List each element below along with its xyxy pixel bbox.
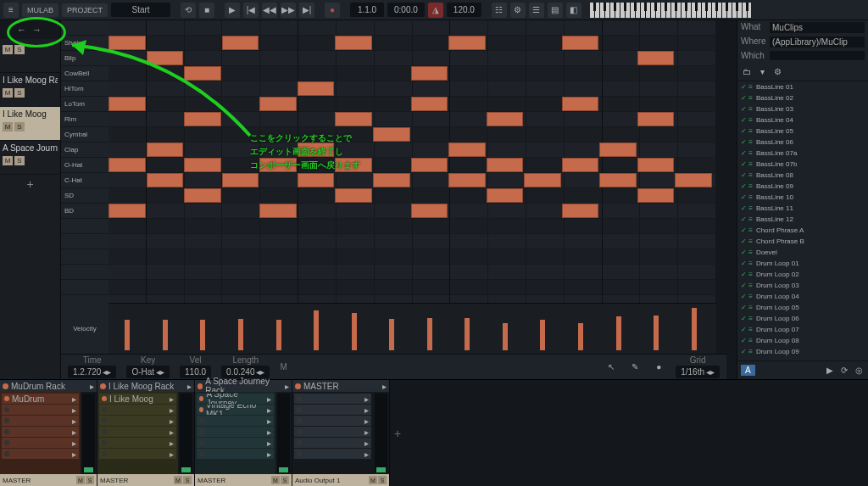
browser-item[interactable]: Drum Loop 06	[737, 313, 868, 324]
solo-button[interactable]: S	[14, 122, 25, 131]
rack-slot[interactable]: A Space Journey▸	[197, 394, 274, 404]
drum-row-label[interactable]: Rim	[61, 112, 108, 127]
note[interactable]	[411, 204, 448, 218]
record-icon[interactable]: ●	[325, 3, 340, 18]
velocity-bar[interactable]	[125, 320, 130, 350]
note[interactable]	[562, 97, 599, 111]
browser-item[interactable]: Drum Loop 01	[737, 258, 868, 269]
rack-header[interactable]: I Like Moog Rack▸	[97, 380, 194, 392]
note[interactable]	[147, 142, 184, 157]
add-rack-button[interactable]: +	[390, 380, 405, 486]
piano-keyboard[interactable]	[590, 3, 751, 18]
velocity-bar[interactable]	[540, 320, 545, 350]
note[interactable]	[599, 142, 637, 157]
note[interactable]	[184, 112, 221, 126]
browser-item[interactable]: BassLine 06	[737, 137, 868, 148]
rewind-start-icon[interactable]: |◀	[243, 3, 259, 18]
drum-row-label[interactable]: CowBell	[61, 66, 108, 81]
note[interactable]	[222, 173, 259, 187]
app-menu-icon[interactable]: ≡	[3, 3, 19, 18]
browser-item[interactable]: Drum Loop 09	[737, 346, 868, 357]
velocity-bar[interactable]	[465, 318, 470, 350]
settings-icon[interactable]: ⚙	[510, 3, 526, 18]
note[interactable]	[637, 158, 675, 172]
play-icon[interactable]: ▶	[225, 3, 240, 18]
note[interactable]	[259, 97, 297, 111]
track-1[interactable]: I Like Moog RaMS	[0, 73, 60, 107]
browser-item[interactable]: Chord Phrase A	[737, 225, 868, 236]
note[interactable]	[562, 204, 599, 218]
track-3[interactable]: A Space Journey RMS	[0, 141, 60, 175]
drum-row-label[interactable]: Shaker	[61, 36, 108, 51]
play-preview-icon[interactable]: ▶	[824, 365, 836, 377]
browser-icon[interactable]: ◧	[566, 3, 581, 18]
note[interactable]	[487, 158, 524, 172]
velocity-bar[interactable]	[352, 313, 357, 350]
rack-mute[interactable]: M	[76, 476, 85, 484]
note[interactable]	[637, 51, 675, 65]
track-2[interactable]: I Like MoogMS	[0, 107, 60, 141]
rack-slot[interactable]: ▸	[197, 449, 274, 459]
note[interactable]	[147, 173, 184, 187]
rack-slot[interactable]: ▸	[99, 416, 176, 426]
mixer-icon[interactable]: ☷	[492, 3, 507, 18]
rack-footer[interactable]: MASTERMS	[97, 474, 194, 486]
drum-row-label[interactable]: LoTom	[61, 97, 108, 112]
rack-slot[interactable]: ▸	[2, 405, 79, 415]
browser-tag[interactable]: A	[741, 365, 755, 376]
rack-solo[interactable]: S	[378, 476, 387, 484]
rack-menu-icon[interactable]: ▸	[187, 382, 192, 391]
target-icon[interactable]: ◎	[853, 365, 865, 377]
note[interactable]	[147, 51, 184, 65]
track-0[interactable]: MS	[0, 39, 60, 73]
main-scrollbar-v[interactable]	[726, 20, 737, 379]
rack-slot[interactable]: ▸	[99, 405, 176, 415]
stop-icon[interactable]: ■	[199, 3, 214, 18]
note[interactable]	[259, 158, 297, 172]
add-track-button[interactable]: +	[0, 175, 60, 193]
note[interactable]	[108, 36, 146, 50]
drum-row-label[interactable]: Cymbal	[61, 127, 108, 142]
pattern-grid[interactable]	[108, 20, 716, 303]
rack-slot[interactable]: ▸	[197, 427, 274, 437]
velocity-grid[interactable]	[108, 303, 716, 354]
note[interactable]	[335, 158, 372, 172]
draw-tool-icon[interactable]: ↖	[604, 360, 618, 374]
rack-menu-icon[interactable]: ▸	[90, 382, 94, 391]
mulab-button[interactable]: MULAB	[22, 3, 58, 17]
note[interactable]	[411, 66, 448, 81]
browser-item[interactable]: BassLine 10	[737, 192, 868, 203]
note[interactable]	[184, 66, 221, 81]
loop-preview-icon[interactable]: ⟳	[838, 365, 850, 377]
browser-item[interactable]: BassLine 05	[737, 126, 868, 137]
browser-item[interactable]: Drum Loop 07	[737, 324, 868, 335]
note[interactable]	[487, 188, 524, 203]
rack-slot[interactable]: ▸	[99, 438, 176, 448]
browser-item[interactable]: Doevel	[737, 247, 868, 258]
rack-footer[interactable]: MASTERMS	[0, 474, 97, 486]
drum-row-label[interactable]: C-Hat	[61, 173, 108, 188]
note[interactable]	[373, 173, 410, 187]
rack-slot[interactable]: MuDrum▸	[2, 394, 79, 404]
browser-item[interactable]: Drum Loop 03	[737, 280, 868, 291]
browser-item[interactable]: Drum Loop 08	[737, 335, 868, 346]
note[interactable]	[373, 127, 410, 142]
grid-value[interactable]: 1/16th ◂▸	[676, 366, 720, 378]
drum-row-label[interactable]: HiTom	[61, 81, 108, 97]
drum-row-label[interactable]: Blip	[61, 51, 108, 66]
rewind-icon[interactable]: ◀◀	[262, 3, 277, 18]
rack-header[interactable]: MASTER▸	[292, 380, 389, 392]
rack-solo[interactable]: S	[281, 476, 289, 484]
rack-slot[interactable]: ▸	[2, 438, 79, 448]
velocity-bar[interactable]	[654, 316, 659, 350]
browser-item[interactable]: BassLine 03	[737, 103, 868, 115]
rack-slot[interactable]: ▸	[294, 394, 371, 404]
project-menu[interactable]: PROJECT	[62, 3, 108, 17]
velocity-bar[interactable]	[503, 323, 508, 350]
forward-icon[interactable]: ▶▶	[281, 3, 296, 18]
velocity-bar[interactable]	[616, 316, 621, 350]
mute-button[interactable]: M	[3, 156, 13, 165]
browser-item[interactable]: BassLine 12	[737, 214, 868, 225]
rack-slot[interactable]: ▸	[99, 449, 176, 459]
note[interactable]	[184, 188, 221, 203]
